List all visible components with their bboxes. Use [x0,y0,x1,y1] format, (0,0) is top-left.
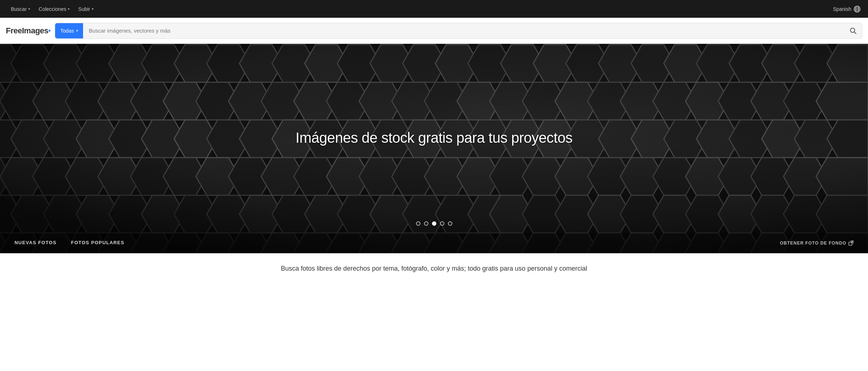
hero-tabs: NUEVAS FOTOS FOTOS POPULARES [15,240,124,247]
slide-dot-1[interactable] [416,221,420,226]
colecciones-label: Colecciones [39,6,66,12]
hero-content: Imágenes de stock gratis para tus proyec… [0,44,868,253]
hero-bottom-bar: NUEVAS FOTOS FOTOS POPULARES OBTENER FOT… [0,233,868,253]
tab-fotos-populares[interactable]: FOTOS POPULARES [71,240,124,247]
language-label: Spanish [833,6,851,12]
subir-label: Subir [78,6,90,12]
filter-chevron: ▾ [76,29,78,33]
nav-buscar[interactable]: Buscar ▾ [7,4,34,14]
globe-icon [853,5,861,13]
search-input[interactable] [83,23,844,38]
nav-colecciones[interactable]: Colecciones ▾ [35,4,73,14]
svg-line-6 [854,32,856,34]
subtitle-section: Busca fotos libres de derechos por tema,… [0,253,868,284]
slide-dot-5[interactable] [448,221,452,226]
language-selector[interactable]: Spanish [833,5,861,13]
slide-dot-4[interactable] [440,221,444,226]
colecciones-chevron: ▾ [68,7,70,11]
subir-chevron: ▾ [92,7,94,11]
tab-nuevas-fotos[interactable]: NUEVAS FOTOS [15,240,57,247]
external-link-icon [848,241,853,246]
buscar-label: Buscar [11,6,27,12]
slide-dot-2[interactable] [424,221,428,226]
slide-dot-3[interactable] [432,221,436,226]
buscar-chevron: ▾ [28,7,30,11]
subtitle-text: Busca fotos libres de derechos por tema,… [7,265,861,272]
search-filter-button[interactable]: Todas ▾ [55,23,83,38]
logo[interactable]: FreeImages [6,26,50,36]
search-submit-button[interactable] [844,23,862,38]
get-background-photo-link[interactable]: OBTENER FOTO DE FONDO [780,241,853,246]
hero-slideshow-dots [416,221,452,226]
top-nav-left: Buscar ▾ Colecciones ▾ Subir ▾ [7,4,97,14]
hero-title: Imágenes de stock gratis para tus proyec… [296,130,572,146]
nav-subir[interactable]: Subir ▾ [75,4,97,14]
search-wrapper: Todas ▾ [55,23,862,39]
search-bar-section: FreeImages Todas ▾ [0,18,868,44]
hero-section: Imágenes de stock gratis para tus proyec… [0,44,868,253]
filter-label: Todas [60,28,74,34]
top-navigation: Buscar ▾ Colecciones ▾ Subir ▾ Spanish [0,0,868,18]
search-icon [850,27,857,34]
logo-images: Images [22,26,48,36]
logo-dot [49,30,50,32]
logo-free: Free [6,26,22,36]
